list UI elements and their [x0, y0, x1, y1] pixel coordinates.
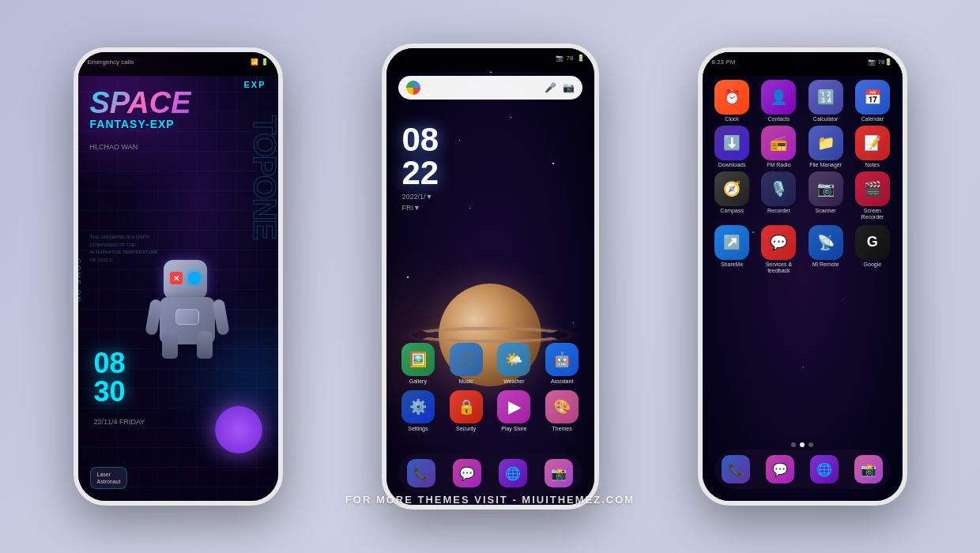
topo-text: TOPONE — [247, 115, 278, 239]
playstore-icon: ▶ — [497, 390, 530, 423]
clock-date: 2022/1/▼ — [402, 193, 439, 201]
phone3-dock-browser[interactable]: 🌐 — [810, 455, 839, 483]
filemanager-label: File Manager — [809, 162, 842, 167]
notes-icon: 📝 — [855, 126, 890, 160]
app-themes[interactable]: 🎨 Themes — [545, 390, 579, 431]
label-line1: Laser — [97, 471, 121, 478]
robot-eye-o — [188, 272, 201, 284]
themes-icon: 🎨 — [545, 390, 579, 423]
app-settings[interactable]: ⚙️ Settings — [401, 390, 435, 431]
gallery-label: Gallery — [409, 378, 427, 384]
robot-belly — [175, 309, 199, 325]
phone-1: Emergency calls 📶 🔋 EXP SPACE FANTASY-EX… — [74, 47, 283, 506]
dock-messages[interactable]: 💬 — [453, 459, 481, 487]
contacts-icon: 👤 — [761, 80, 796, 115]
scanner-icon: 📷 — [808, 171, 843, 206]
app-security[interactable]: 🔒 Security — [450, 390, 483, 431]
robot-eye-x: ✕ — [170, 272, 183, 284]
phone3-dock-messages[interactable]: 💬 — [766, 455, 794, 483]
phone3-dock-phone[interactable]: 📞 — [722, 455, 750, 483]
phone2-app-grid: 🖼️ Gallery 🎵 Music 🌤️ Weather 🤖 Assistan… — [386, 343, 594, 438]
phone2-dock: 📞 💬 🌐 📸 — [398, 453, 582, 493]
app-screenrecorder[interactable]: 🎬 ScreenRecorder — [855, 171, 890, 221]
calculator-icon: 🔢 — [808, 80, 843, 115]
app-weather[interactable]: 🌤️ Weather — [497, 343, 530, 384]
phone1-bottom-bar: Laser Astronaut — [90, 467, 266, 489]
app-clock[interactable]: ⏰ Clock — [714, 80, 749, 122]
app-compass[interactable]: 🧭 Compass — [714, 171, 749, 221]
phone3-dock-camera[interactable]: 📸 — [854, 455, 883, 483]
recorder-label: Recorder — [767, 208, 790, 213]
battery-icon2: 🔋 — [577, 55, 585, 62]
dot-2 — [800, 442, 805, 447]
phone1-screen: Emergency calls 📶 🔋 EXP SPACE FANTASY-EX… — [78, 52, 278, 501]
scanner-label: Scanner — [816, 208, 836, 213]
app-assistant[interactable]: 🤖 Assistant — [545, 343, 579, 384]
phone1-time: 08 30 — [94, 349, 126, 406]
mic-icon[interactable]: 🎤 — [545, 82, 556, 93]
dock-browser[interactable]: 🌐 — [499, 459, 527, 487]
app-scanner[interactable]: 📷 Scanner — [808, 171, 843, 221]
themes-label: Themes — [552, 426, 571, 431]
app-notes[interactable]: 📝 Notes — [855, 126, 890, 167]
app-music[interactable]: 🎵 Music — [450, 343, 483, 384]
come-on-text: COME ON — [78, 258, 82, 303]
app-recorder[interactable]: 🎙️ Recorder — [761, 171, 796, 221]
time-minute: 30 — [94, 378, 126, 406]
app-downloads[interactable]: ⬇️ Downloads — [714, 126, 749, 167]
services-label: Services &feedback — [766, 261, 792, 275]
dock-phone[interactable]: 📞 — [407, 459, 435, 487]
app-shareme[interactable]: ↗️ ShareMe — [714, 225, 749, 275]
contacts-label: Contacts — [768, 116, 790, 122]
shareme-label: ShareMe — [721, 261, 743, 267]
clock-icon: ⏰ — [714, 80, 749, 115]
phone3-dock: 📞 💬 🌐 📸 — [714, 450, 891, 489]
dock-camera[interactable]: 📸 — [545, 459, 573, 487]
settings-label: Settings — [408, 426, 428, 431]
app-gallery[interactable]: 🖼️ Gallery — [401, 343, 435, 384]
app-filemanager[interactable]: 📁 File Manager — [808, 126, 843, 167]
gallery-icon: 🖼️ — [401, 343, 435, 376]
clock-minute: 22 — [402, 156, 439, 190]
weather-label: Weather — [503, 378, 524, 384]
app-miremote[interactable]: 📡 Mi Remote — [808, 225, 843, 275]
app-grid-row2: ⬇️ Downloads 📻 FM Radio 📁 File Manager 📝… — [709, 126, 896, 167]
phone3-camera-icon: 📷 — [868, 58, 876, 66]
main-scene: Emergency calls 📶 🔋 EXP SPACE FANTASY-EX… — [0, 0, 980, 553]
calendar-icon: 📅 — [855, 80, 890, 115]
signal-icon: 📶 — [251, 58, 258, 66]
lens-icon[interactable]: 📷 — [563, 82, 575, 93]
phone2-search-bar[interactable]: 🎤 📷 — [398, 76, 582, 100]
app-playstore[interactable]: ▶ Play Store — [497, 390, 530, 431]
google-logo — [406, 81, 420, 95]
calendar-label: Calendar — [861, 116, 884, 122]
services-icon: 💬 — [761, 225, 796, 260]
time-hour: 08 — [94, 349, 126, 378]
camera-icon: 📷 — [556, 55, 564, 62]
recorder-icon: 🎙️ — [761, 171, 796, 206]
google-label: Google — [864, 261, 882, 267]
clock-label: Clock — [725, 116, 739, 122]
music-icon: 🎵 — [450, 343, 483, 376]
app-google[interactable]: G Google — [855, 225, 890, 275]
app-fmradio[interactable]: 📻 FM Radio — [761, 126, 796, 167]
battery-label: 78 — [567, 55, 574, 62]
app-contacts[interactable]: 👤 Contacts — [761, 80, 796, 122]
security-icon: 🔒 — [450, 390, 483, 423]
watermark: FOR MORE THEMES VISIT - MIUITHEMEZ.COM — [345, 494, 635, 506]
label-line2: Astronaut — [97, 478, 121, 485]
app-services[interactable]: 💬 Services &feedback — [761, 225, 796, 275]
page-indicator — [703, 442, 903, 447]
app-grid-row4: ↗️ ShareMe 💬 Services &feedback 📡 Mi Rem… — [709, 225, 896, 275]
dot-3 — [808, 442, 813, 447]
app-calendar[interactable]: 📅 Calendar — [855, 80, 890, 122]
fmradio-icon: 📻 — [761, 126, 796, 160]
phone3-status-bar: 8:23 PM 📷 78🔋 — [712, 58, 893, 66]
phone3-time: 8:23 PM — [712, 58, 736, 66]
app-calculator[interactable]: 🔢 Calculator — [808, 80, 843, 122]
screenrecorder-icon: 🎬 — [855, 171, 890, 206]
compass-label: Compass — [720, 208, 744, 213]
phone2-clock: 08 22 2022/1/▼ FRI▼ — [402, 123, 439, 212]
downloads-label: Downloads — [718, 162, 746, 167]
shareme-icon: ↗️ — [714, 225, 749, 260]
